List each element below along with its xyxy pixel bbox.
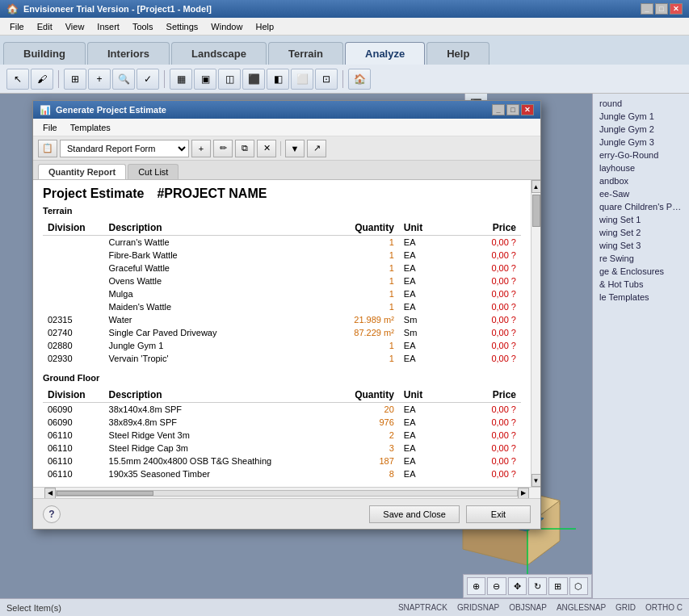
table-row: 02880 Jungle Gym 1 1 EA 0,00 ? — [43, 339, 521, 352]
ground-floor-table: Division Description Quantity Unit Price… — [43, 388, 521, 480]
table-row: 02740 Single Car Paved Driveway 87.229 m… — [43, 326, 521, 339]
toolbar-b1[interactable]: ▦ — [170, 69, 192, 90]
modal-menu-templates[interactable]: Templates — [64, 121, 117, 134]
toolbar-grid[interactable]: ⊞ — [64, 69, 86, 90]
tab-help[interactable]: Help — [426, 42, 489, 65]
tab-bar: Building Interiors Landscape Terrain Ana… — [0, 36, 689, 65]
toolbar-b5[interactable]: ◧ — [267, 69, 289, 90]
toolbar-copy-btn[interactable]: ⧉ — [235, 140, 254, 157]
tab-building[interactable]: Building — [3, 42, 86, 65]
close-button[interactable]: ✕ — [670, 3, 683, 15]
modal-controls: _ □ ✕ — [492, 104, 534, 115]
modal-close[interactable]: ✕ — [521, 104, 534, 115]
terrain-table: Division Description Quantity Unit Price… — [43, 220, 521, 365]
toolbar-export-btn[interactable]: ↗ — [307, 140, 326, 157]
hscroll-left[interactable]: ◀ — [44, 488, 56, 499]
modal-tabs: Quantity Report Cut List — [33, 161, 540, 180]
modal-minimize[interactable]: _ — [492, 104, 505, 115]
tab-interiors[interactable]: Interiors — [87, 42, 170, 65]
status-anglesnap: ANGLESNAP — [557, 603, 606, 612]
table-row: Maiden's Wattle 1 EA 0,00 ? — [43, 300, 521, 313]
generate-estimate-dialog: 📊 Generate Project Estimate _ □ ✕ File T… — [32, 100, 541, 530]
minimize-button[interactable]: _ — [641, 3, 653, 15]
tab-analyze[interactable]: Analyze — [345, 42, 425, 65]
save-close-button[interactable]: Save and Close — [369, 505, 460, 523]
col-header-unit: Unit — [399, 220, 450, 236]
table-row: Graceful Wattle 1 EA 0,00 ? — [43, 262, 521, 274]
status-right: SNAPTRACK GRIDSNAP OBJSNAP ANGLESNAP GRI… — [398, 603, 683, 612]
col-header-price: Price — [450, 220, 521, 236]
table-row: Curran's Wattle 1 EA 0,00 ? — [43, 236, 521, 249]
table-row: 02930 Vervain 'Tropic' 1 EA 0,00 ? — [43, 352, 521, 365]
toolbar-b2[interactable]: ▣ — [194, 69, 216, 90]
modal-menu: File Templates — [33, 119, 540, 136]
section-terrain: Terrain — [43, 206, 521, 216]
table-row: 06110 15.5mm 2400x4800 OSB T&G Sheathing… — [43, 455, 521, 467]
toolbar-zoom[interactable]: 🔍 — [112, 69, 135, 90]
table-row: 06110 Steel Ridge Vent 3m 2 EA 0,00 ? — [43, 429, 521, 442]
menu-settings[interactable]: Settings — [160, 20, 205, 33]
toolbar-home[interactable]: 🏠 — [348, 69, 371, 90]
menu-view[interactable]: View — [59, 20, 91, 33]
toolbar-edit-btn[interactable]: ✏ — [213, 140, 233, 157]
menu-window[interactable]: Window — [204, 20, 249, 33]
hscroll-thumb[interactable] — [57, 491, 153, 496]
table-row: 06110 190x35 Seasoned Timber 8 EA 0,00 ? — [43, 467, 521, 480]
help-button[interactable]: ? — [43, 505, 61, 523]
menu-help[interactable]: Help — [249, 20, 280, 33]
toolbar-b4[interactable]: ⬛ — [242, 69, 265, 90]
toolbar-add[interactable]: + — [88, 69, 111, 90]
table-row: 06090 38x140x4.8m SPF 20 EA 0,00 ? — [43, 403, 521, 417]
report-title: Project Estimate — [43, 186, 144, 201]
table-row: 06090 38x89x4.8m SPF 976 EA 0,00 ? — [43, 416, 521, 429]
toolbar-b3[interactable]: ◫ — [218, 69, 241, 90]
tab-cut-list[interactable]: Cut List — [128, 164, 179, 179]
table-row: Mulga 1 EA 0,00 ? — [43, 287, 521, 300]
toolbar-filter-btn[interactable]: ▼ — [285, 140, 305, 157]
col-header-quantity: Quantity — [307, 220, 398, 236]
modal-icon: 📊 — [40, 105, 51, 115]
toolbar-check[interactable]: ✓ — [137, 69, 159, 90]
modal-scrollbar[interactable]: ▲ ▼ — [531, 180, 540, 487]
menu-edit[interactable]: Edit — [31, 20, 59, 33]
tab-terrain[interactable]: Terrain — [268, 42, 343, 65]
modal-hscrollbar[interactable]: ◀ ▶ — [33, 487, 540, 498]
report-table-container[interactable]: Project Estimate #PROJECT NAME Terrain D… — [33, 180, 531, 487]
report-form-select[interactable]: Standard Report Form — [60, 140, 189, 157]
toolbar-b6[interactable]: ⬜ — [291, 69, 313, 90]
section-ground-floor: Ground Floor — [43, 373, 521, 383]
menu-tools[interactable]: Tools — [126, 20, 160, 33]
toolbar-b7[interactable]: ⊡ — [315, 69, 338, 90]
toolbar-select[interactable]: ↖ — [6, 69, 29, 90]
scroll-down[interactable]: ▼ — [531, 474, 541, 487]
table-row: 06110 Steel Ridge Cap 3m 3 EA 0,00 ? — [43, 442, 521, 455]
scroll-thumb[interactable] — [532, 195, 540, 227]
toolbar-new-btn[interactable]: + — [191, 140, 211, 157]
status-text: Select Item(s) — [6, 603, 61, 613]
app-icon: 🏠 — [6, 3, 19, 15]
hscroll-right[interactable]: ▶ — [518, 488, 529, 499]
maximize-button[interactable]: □ — [655, 3, 668, 15]
modal-maximize[interactable]: □ — [506, 104, 519, 115]
table-row: Ovens Wattle 1 EA 0,00 ? — [43, 274, 521, 287]
modal-menu-file[interactable]: File — [36, 121, 64, 134]
toolbar-brush[interactable]: 🖌 — [31, 69, 53, 90]
tab-quantity-report[interactable]: Quantity Report — [38, 164, 126, 179]
title-controls: _ □ ✕ — [641, 3, 683, 15]
table-row: 02315 Water 21.989 m² Sm 0,00 ? — [43, 313, 521, 326]
modal-footer: ? Save and Close Exit — [33, 498, 540, 529]
col-header-quantity2: Quantity — [307, 388, 398, 403]
exit-button[interactable]: Exit — [466, 505, 531, 523]
toolbar-icon-btn[interactable]: 📋 — [38, 140, 57, 157]
scroll-up[interactable]: ▲ — [531, 180, 541, 193]
project-name: #PROJECT NAME — [157, 186, 267, 201]
toolbar-delete-btn[interactable]: ✕ — [257, 140, 276, 157]
menu-bar: File Edit View Insert Tools Settings Win… — [0, 18, 689, 36]
table-row: Fibre-Bark Wattle 1 EA 0,00 ? — [43, 249, 521, 262]
menu-file[interactable]: File — [3, 20, 31, 33]
tab-landscape[interactable]: Landscape — [171, 42, 267, 65]
main-toolbar: ↖ 🖌 ⊞ + 🔍 ✓ ▦ ▣ ◫ ⬛ ◧ ⬜ ⊡ 🏠 — [0, 65, 689, 94]
status-orthoc: ORTHO C — [645, 603, 683, 612]
menu-insert[interactable]: Insert — [90, 20, 126, 33]
status-snaptrack: SNAPTRACK — [398, 603, 447, 612]
